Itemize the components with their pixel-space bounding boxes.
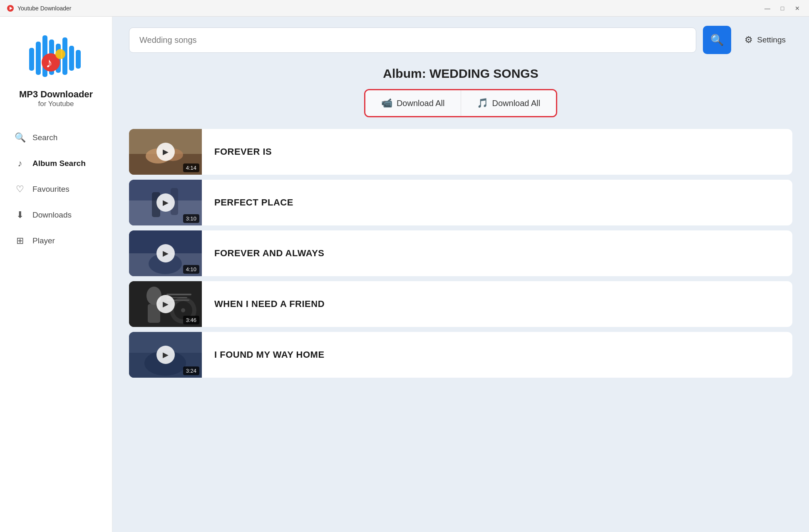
song-info: I FOUND MY WAY HOME [202,349,792,360]
download-all-audio-button[interactable]: 🎵 Download All [461,90,556,116]
svg-rect-3 [36,42,41,75]
search-icon: 🔍 [14,132,26,143]
download-all-audio-label: Download All [492,99,541,108]
video-icon: 📹 [381,98,392,109]
logo-icon: ♪ [29,29,83,83]
play-button[interactable]: ▶ [156,193,175,212]
song-item: ▶ 4:10 FOREVER AND ALWAYS [129,230,792,276]
song-title: WHEN I NEED A FRIEND [214,299,780,309]
search-input[interactable]: Wedding songs [129,27,696,53]
song-info: FOREVER IS [202,146,792,157]
music-note-icon: ♪ [14,158,26,169]
scroll-area: Album: WEDDING SONGS 📹 Download All 🎵 Do… [112,54,809,532]
player-icon: ⊞ [14,235,26,246]
play-button[interactable]: ▶ [156,244,175,262]
duration-badge: 3:24 [183,366,199,375]
song-title: PERFECT PLACE [214,197,780,208]
sidebar-item-downloads-label: Downloads [32,210,72,220]
settings-label: Settings [757,35,786,45]
svg-rect-30 [166,294,191,295]
search-magnifier-icon: 🔍 [710,34,724,47]
duration-badge: 3:10 [183,214,199,223]
music-icon: 🎵 [477,98,488,109]
logo-container: ♪ MP3 Downloader for Youtube [19,29,93,108]
song-thumbnail: ▶ 3:10 [129,180,202,225]
song-title: FOREVER AND ALWAYS [214,248,780,259]
song-thumbnail: ▶ 3:24 [129,332,202,378]
download-all-row: 📹 Download All 🎵 Download All [129,89,792,117]
song-title: I FOUND MY WAY HOME [214,349,780,360]
download-icon: ⬇ [14,210,26,220]
play-button[interactable]: ▶ [156,346,175,364]
svg-rect-2 [29,48,34,71]
titlebar-left: Youtube Downloader [7,5,71,12]
svg-point-12 [55,49,65,59]
sidebar-item-downloads[interactable]: ⬇ Downloads [4,202,108,228]
song-item: ▶ 4:14 FOREVER IS [129,129,792,175]
heart-icon: ♡ [14,184,26,195]
album-title: Album: WEDDING SONGS [129,67,792,81]
download-all-video-label: Download All [397,99,445,108]
play-button[interactable]: ▶ [156,143,175,161]
sidebar-item-search-label: Search [32,133,57,142]
play-button[interactable]: ▶ [156,295,175,313]
duration-badge: 3:46 [183,316,199,324]
svg-rect-9 [76,50,81,69]
sidebar-item-album-search-label: Album Search [32,159,86,168]
app-layout: ♪ MP3 Downloader for Youtube 🔍 Search ♪ … [0,17,809,532]
song-item: ▶ 3:46 WHEN I NEED A FRIEND [129,281,792,327]
sidebar-item-favourites[interactable]: ♡ Favourites [4,176,108,202]
song-item: ▶ 3:10 PERFECT PLACE [129,180,792,225]
sidebar-item-favourites-label: Favourites [32,185,69,194]
app-icon [7,5,14,12]
sidebar-item-album-search[interactable]: ♪ Album Search [4,151,108,176]
sidebar-item-player[interactable]: ⊞ Player [4,228,108,254]
settings-button[interactable]: ⚙ Settings [738,30,792,49]
gear-icon: ⚙ [744,35,753,45]
song-info: PERFECT PLACE [202,197,792,208]
song-item: ▶ 3:24 I FOUND MY WAY HOME [129,332,792,378]
search-input-wrap: Wedding songs [129,27,696,53]
song-list: ▶ 4:14 FOREVER IS [129,129,792,378]
sidebar-item-player-label: Player [32,236,55,245]
close-button[interactable]: ✕ [792,3,802,13]
app-subtitle: for Youtube [38,100,74,108]
download-all-video-button[interactable]: 📹 Download All [365,90,461,116]
minimize-button[interactable]: — [762,3,772,13]
maximize-button[interactable]: □ [777,3,787,13]
app-name: MP3 Downloader [19,89,93,100]
song-title: FOREVER IS [214,146,780,157]
song-info: WHEN I NEED A FRIEND [202,299,792,309]
search-button[interactable]: 🔍 [703,26,731,54]
search-header: Wedding songs 🔍 ⚙ Settings [112,17,809,54]
sidebar-item-search[interactable]: 🔍 Search [4,125,108,151]
main-content: Wedding songs 🔍 ⚙ Settings Album: WEDDIN… [112,17,809,532]
svg-rect-8 [69,46,74,71]
titlebar-app-name: Youtube Downloader [17,5,71,12]
nav-menu: 🔍 Search ♪ Album Search ♡ Favourites ⬇ D… [0,125,112,254]
song-info: FOREVER AND ALWAYS [202,248,792,259]
svg-point-29 [181,308,185,312]
song-thumbnail: ▶ 4:10 [129,230,202,276]
svg-text:♪: ♪ [46,55,52,70]
titlebar-controls: — □ ✕ [762,3,802,13]
song-thumbnail: ▶ 3:46 [129,281,202,327]
duration-badge: 4:14 [183,163,199,172]
titlebar: Youtube Downloader — □ ✕ [0,0,809,17]
duration-badge: 4:10 [183,265,199,274]
download-all-box: 📹 Download All 🎵 Download All [364,89,557,117]
song-thumbnail: ▶ 4:14 [129,129,202,175]
sidebar: ♪ MP3 Downloader for Youtube 🔍 Search ♪ … [0,17,112,532]
